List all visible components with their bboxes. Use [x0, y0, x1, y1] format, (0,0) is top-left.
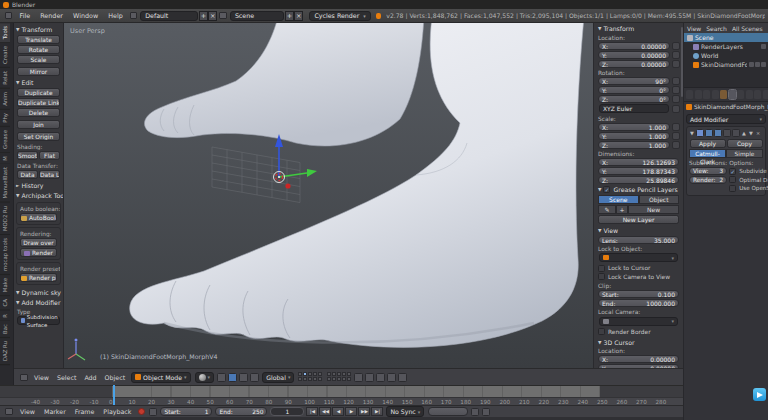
layer-dot[interactable]	[303, 372, 307, 376]
menu-file[interactable]: File	[14, 12, 35, 20]
new-layer-button[interactable]: New Layer	[598, 215, 679, 224]
checkbox-icon[interactable]: ✓	[729, 168, 736, 175]
eye-toggle-icon[interactable]	[749, 62, 754, 67]
menu-window[interactable]: Window	[68, 12, 103, 20]
insert-key-icon[interactable]	[471, 408, 479, 416]
join-button[interactable]: Join	[17, 120, 60, 129]
screen-layout-selector[interactable]: Default	[140, 11, 198, 21]
mirror-button[interactable]: Mirror	[17, 67, 60, 76]
keying-set-field[interactable]	[428, 407, 468, 416]
outliner-menu-search[interactable]: Search	[706, 25, 727, 32]
delete-button[interactable]: Delete	[17, 108, 60, 117]
viewport-3d[interactable]	[64, 23, 593, 368]
panel-dynamic-sky-header[interactable]: ▼Dynamic sky	[14, 287, 63, 297]
timeline-ruler[interactable]: -40-30-20-100102030405060708090100110120…	[0, 397, 683, 405]
close-icon[interactable]: ×	[755, 129, 761, 137]
render-border-row[interactable]: Render Border	[598, 328, 679, 335]
use-opensubdiv-row[interactable]: Use OpenSubdiv	[729, 185, 768, 192]
menu-render[interactable]: Render	[35, 12, 68, 20]
lock-to-object-field[interactable]: ▾	[599, 253, 678, 262]
render-button[interactable]: Render	[20, 248, 57, 257]
duplicate-button[interactable]: Duplicate	[17, 88, 60, 97]
snap-element-icon[interactable]	[376, 373, 385, 382]
layer-dot[interactable]	[313, 372, 317, 376]
layer-dot[interactable]	[313, 377, 317, 381]
render-visibility-icon[interactable]	[705, 129, 713, 137]
sync-dropdown[interactable]: No Sync▾	[386, 406, 424, 417]
lock-icon[interactable]	[672, 86, 680, 94]
cage-icon[interactable]	[732, 129, 740, 137]
layer-dot[interactable]	[308, 372, 312, 376]
add-scene-button[interactable]: +	[285, 11, 294, 21]
optimal-display-row[interactable]: Optimal Display	[729, 176, 768, 183]
tab-world-icon[interactable]	[712, 90, 719, 99]
toolshelf-tab-manuelbast[interactable]: ManuelBast	[0, 164, 10, 203]
toolshelf-tab-make[interactable]: Make	[0, 275, 10, 296]
panel-archipack-header[interactable]: ▼Archipack Tools	[14, 190, 63, 200]
toolshelf-tab-grease[interactable]: Grease	[0, 127, 10, 153]
snap-magnet-icon[interactable]	[365, 373, 374, 382]
move-down-icon[interactable]: ▼	[748, 129, 754, 137]
lock-icon[interactable]	[672, 42, 680, 50]
set-origin-button[interactable]: Set Origin	[17, 132, 60, 141]
layer-dot[interactable]	[327, 372, 331, 376]
toolshelf-tab-daz-ru[interactable]: DAZ Ru	[0, 338, 10, 365]
gp-new-button[interactable]: New	[628, 205, 679, 214]
editor-type-icon[interactable]	[5, 408, 13, 415]
tab-render-icon[interactable]	[686, 90, 693, 99]
render-anim-icon[interactable]	[398, 373, 407, 382]
scene-icon[interactable]	[219, 12, 226, 19]
toolshelf-tab-bac[interactable]: Bac	[0, 321, 10, 338]
orientation-dropdown[interactable]: Global▾	[262, 372, 294, 383]
apply-button[interactable]: Apply	[690, 139, 726, 148]
tl-menu-view[interactable]: View	[16, 408, 39, 415]
duplicate-linked-button[interactable]: Duplicate Linked	[17, 98, 60, 107]
location-z-field[interactable]: Z:0.00000	[598, 60, 670, 68]
panel-transform-header[interactable]: ▼Transform	[14, 24, 63, 34]
scale-button[interactable]: Scale	[17, 55, 60, 64]
lock-icon[interactable]	[672, 95, 680, 103]
render-engine-selector[interactable]: Cycles Render▾	[309, 11, 370, 21]
lock-icon[interactable]	[672, 123, 680, 131]
draw-over-button[interactable]: Draw over	[20, 238, 57, 247]
scale-y-field[interactable]: Y:1.000	[598, 132, 670, 140]
gp-draw-icon[interactable]: ✎	[598, 205, 616, 214]
cursor-x-field[interactable]: X:0.00000	[598, 355, 679, 363]
location-x-field[interactable]: X:0.00000	[598, 42, 670, 50]
lock-icon[interactable]	[672, 51, 680, 59]
tl-menu-playback[interactable]: Playback	[99, 408, 135, 415]
current-frame-field[interactable]: 1	[270, 407, 304, 416]
lock-to-cursor-row[interactable]: Lock to Cursor	[598, 265, 679, 272]
play-button[interactable]: ▶	[345, 407, 357, 416]
lock-icon[interactable]	[672, 77, 680, 85]
panel-add-modifier-header[interactable]: ▼Add Modifier	[14, 297, 63, 307]
tab-data-icon[interactable]	[737, 90, 744, 99]
flat-button[interactable]: Flat	[39, 151, 60, 160]
toolshelf-tab-m[interactable]: M	[0, 153, 10, 165]
menu-help[interactable]: Help	[103, 12, 128, 20]
camera-toggle-icon[interactable]	[761, 44, 766, 49]
manipulator-scale-icon[interactable]	[250, 373, 259, 382]
notification-icon[interactable]	[753, 388, 766, 401]
smooth-button[interactable]: Smooth	[17, 151, 38, 160]
translate-button[interactable]: Translate	[17, 35, 60, 44]
keying-icon[interactable]	[149, 408, 157, 416]
tab-texture-icon[interactable]	[754, 90, 761, 99]
next-keyframe-button[interactable]: ▶▶	[358, 407, 370, 416]
data-button[interactable]: Data	[17, 170, 38, 179]
manipulator-translate-icon[interactable]	[228, 373, 237, 382]
rotation-x-field[interactable]: X:90°	[598, 77, 670, 85]
lock-icon[interactable]	[354, 373, 363, 382]
grease-checkbox[interactable]: ✓	[603, 186, 610, 193]
rotate-button[interactable]: Rotate	[17, 45, 60, 54]
panel-history-header[interactable]: ►History	[14, 180, 63, 190]
gp-object-button[interactable]: Object	[639, 195, 680, 204]
auto-boolean-button[interactable]: AutoBoolean	[20, 213, 57, 222]
tab-material-icon[interactable]	[746, 90, 753, 99]
collapse-icon[interactable]: ▼	[689, 129, 695, 137]
tab-object-icon[interactable]	[720, 90, 727, 99]
lock-camera-row[interactable]: Lock Camera to View	[598, 273, 679, 280]
toolshelf-tab-create[interactable]: Create	[0, 43, 10, 68]
cursor3d-header[interactable]: ▼3D Cursor	[596, 337, 681, 347]
simple-button[interactable]: Simple	[726, 149, 763, 158]
